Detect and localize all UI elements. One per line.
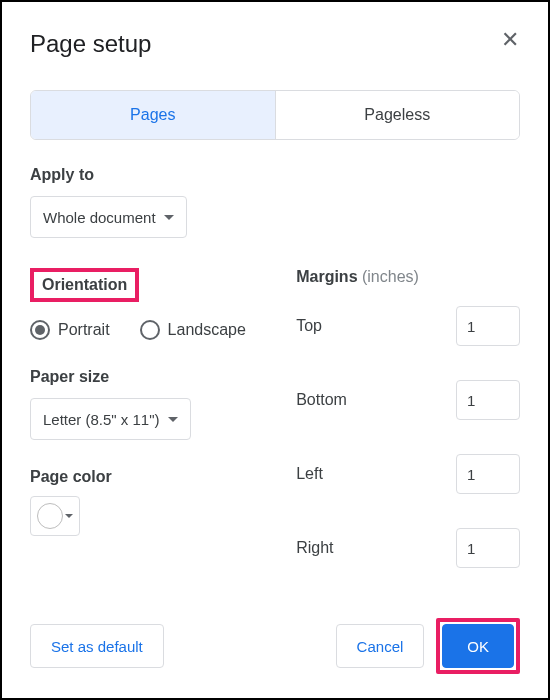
margin-bottom-label: Bottom [296, 391, 347, 409]
color-swatch-icon [37, 503, 63, 529]
dialog-title: Page setup [30, 30, 520, 58]
apply-to-label: Apply to [30, 166, 520, 184]
margins-unit: (inches) [362, 268, 419, 285]
orientation-landscape-radio[interactable]: Landscape [140, 320, 246, 340]
page-color-label: Page color [30, 468, 276, 486]
paper-size-dropdown[interactable]: Letter (8.5" x 11") [30, 398, 191, 440]
tab-pageless[interactable]: Pageless [275, 91, 520, 139]
orientation-portrait-label: Portrait [58, 321, 110, 339]
ok-highlight: OK [436, 618, 520, 674]
set-as-default-button[interactable]: Set as default [30, 624, 164, 668]
orientation-label: Orientation [42, 276, 127, 293]
page-color-picker[interactable] [30, 496, 80, 536]
apply-to-dropdown[interactable]: Whole document [30, 196, 187, 238]
dialog-footer: Set as default Cancel OK [30, 618, 520, 674]
orientation-highlight: Orientation [30, 268, 139, 302]
margin-bottom-input[interactable] [456, 380, 520, 420]
apply-to-value: Whole document [43, 209, 156, 226]
radio-icon [140, 320, 160, 340]
paper-size-section: Paper size Letter (8.5" x 11") [30, 368, 276, 440]
tab-pages[interactable]: Pages [31, 91, 275, 139]
margin-right-label: Right [296, 539, 333, 557]
ok-button[interactable]: OK [442, 624, 514, 668]
tabs: Pages Pageless [30, 90, 520, 140]
cancel-button[interactable]: Cancel [336, 624, 425, 668]
margins-label: Margins [296, 268, 357, 285]
radio-icon [30, 320, 50, 340]
orientation-section: Orientation Portrait Landscape [30, 268, 276, 340]
chevron-down-icon [65, 514, 73, 518]
margin-top-label: Top [296, 317, 322, 335]
margin-left-input[interactable] [456, 454, 520, 494]
close-button[interactable]: ✕ [496, 26, 524, 54]
margins-section: Margins (inches) Top Bottom Left Right [296, 268, 520, 568]
margin-top-input[interactable] [456, 306, 520, 346]
chevron-down-icon [168, 417, 178, 422]
page-color-section: Page color [30, 468, 276, 536]
margin-right-input[interactable] [456, 528, 520, 568]
margin-left-label: Left [296, 465, 323, 483]
paper-size-value: Letter (8.5" x 11") [43, 411, 160, 428]
orientation-landscape-label: Landscape [168, 321, 246, 339]
page-setup-dialog: Page setup ✕ Pages Pageless Apply to Who… [0, 0, 550, 700]
paper-size-label: Paper size [30, 368, 276, 386]
chevron-down-icon [164, 215, 174, 220]
orientation-portrait-radio[interactable]: Portrait [30, 320, 110, 340]
apply-to-section: Apply to Whole document [30, 166, 520, 238]
close-icon: ✕ [501, 29, 519, 51]
